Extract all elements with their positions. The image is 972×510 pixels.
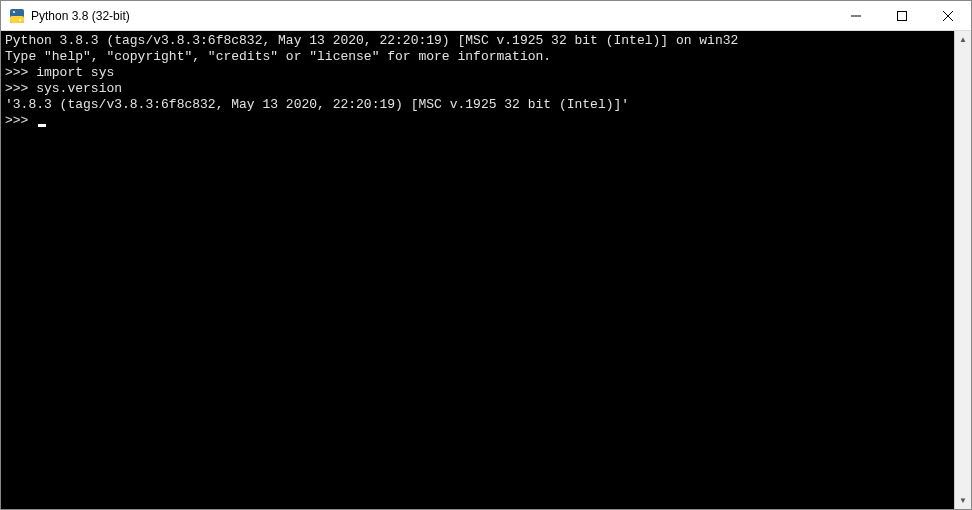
python-console-window: Python 3.8 (32-bit) Python 3.8.3 (tags/v… — [0, 0, 972, 510]
svg-point-3 — [19, 19, 21, 21]
svg-rect-1 — [10, 16, 24, 23]
console-output[interactable]: Python 3.8.3 (tags/v3.8.3:6f8c832, May 1… — [1, 31, 954, 509]
input-line: >>> sys.version — [5, 81, 950, 97]
scroll-down-arrow-icon[interactable]: ▼ — [955, 492, 971, 509]
window-controls — [833, 1, 971, 30]
close-button[interactable] — [925, 1, 971, 30]
python-icon — [9, 8, 25, 24]
console-area: Python 3.8.3 (tags/v3.8.3:6f8c832, May 1… — [1, 31, 971, 509]
cursor — [38, 124, 46, 127]
vertical-scrollbar[interactable]: ▲ ▼ — [954, 31, 971, 509]
scroll-track[interactable] — [955, 48, 971, 492]
titlebar[interactable]: Python 3.8 (32-bit) — [1, 1, 971, 31]
prompt: >>> — [5, 65, 36, 80]
current-prompt-line: >>> — [5, 113, 950, 129]
input-text: sys.version — [36, 81, 122, 96]
banner-line: Type "help", "copyright", "credits" or "… — [5, 49, 950, 65]
prompt: >>> — [5, 81, 36, 96]
window-title: Python 3.8 (32-bit) — [31, 9, 130, 23]
maximize-button[interactable] — [879, 1, 925, 30]
banner-line: Python 3.8.3 (tags/v3.8.3:6f8c832, May 1… — [5, 33, 950, 49]
svg-point-2 — [13, 11, 15, 13]
prompt: >>> — [5, 113, 36, 128]
input-line: >>> import sys — [5, 65, 950, 81]
scroll-up-arrow-icon[interactable]: ▲ — [955, 31, 971, 48]
svg-rect-5 — [898, 11, 907, 20]
input-text: import sys — [36, 65, 114, 80]
minimize-button[interactable] — [833, 1, 879, 30]
output-line: '3.8.3 (tags/v3.8.3:6f8c832, May 13 2020… — [5, 97, 950, 113]
